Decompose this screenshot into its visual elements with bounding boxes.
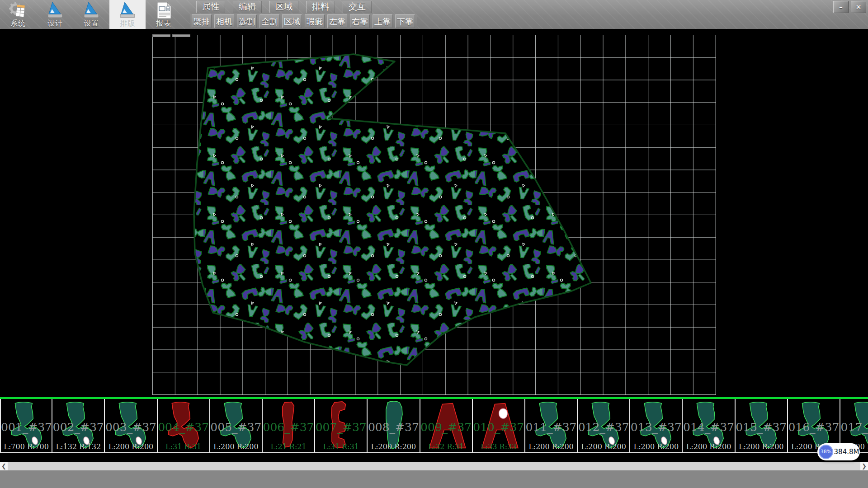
menu-tab-interact[interactable]: 交互: [343, 1, 372, 13]
app-tab-label: 系统: [0, 19, 36, 28]
tool-cluster-nest[interactable]: 聚排: [192, 14, 212, 28]
part-id: 001_#37: [1, 421, 52, 434]
tool-select-cut[interactable]: 选割: [237, 14, 257, 28]
app-tab-settings[interactable]: 设置: [73, 0, 109, 29]
part-id: 013_#37: [630, 421, 682, 434]
bottom-band: [0, 470, 868, 488]
set-square-icon: [45, 1, 65, 19]
tool-cut-all[interactable]: 全割: [259, 14, 279, 28]
part-thumbnail[interactable]: 010_#37 L:33 R:33: [473, 399, 525, 452]
part-thumbnail[interactable]: 006_#37 L:21 R:21: [263, 399, 315, 452]
part-id: 004_#37: [158, 421, 209, 434]
utilization-percent: 38%: [819, 445, 833, 459]
part-id: 006_#37: [263, 421, 314, 434]
app-tab-design[interactable]: 设计: [37, 0, 73, 29]
part-lr-values: L:200 R:200: [578, 442, 629, 451]
part-id: 015_#37: [736, 421, 787, 434]
part-thumbnail[interactable]: 008_#37 L:200 R:200: [368, 399, 420, 452]
part-thumbnail[interactable]: 004_#37 L:31 R:31: [158, 399, 210, 452]
parts-thumbnail-strip: 001_#37 L:700 R:700 002_#37 L:132 R:132 …: [0, 397, 868, 453]
set-square-icon: [118, 1, 137, 19]
part-lr-values: L:200 R:200: [210, 442, 262, 451]
tool-snap-top[interactable]: 上靠: [373, 14, 392, 28]
minimize-button[interactable]: –: [833, 1, 849, 13]
menu-tab-nest[interactable]: 排料: [306, 1, 335, 13]
set-square-icon: [81, 1, 101, 19]
part-thumbnail[interactable]: 011_#37 L:200 R:200: [525, 399, 578, 452]
part-lr-values: L:32 R:31: [420, 442, 472, 451]
horizontal-scrollbar[interactable]: ❮ ❯: [0, 462, 868, 470]
app-tab-system[interactable]: 系统: [0, 0, 36, 29]
part-id: 017_#37: [840, 421, 868, 434]
part-thumbnail[interactable]: 009_#37 L:32 R:31: [420, 399, 473, 452]
app-tab-label: 设计: [37, 19, 73, 28]
app-tab-nesting[interactable]: 排版: [109, 0, 146, 29]
part-id: 003_#37: [105, 421, 156, 434]
part-id: 007_#37: [315, 421, 367, 434]
app-tab-report[interactable]: 报表: [146, 0, 182, 29]
part-lr-values: L:31 R:31: [315, 442, 367, 451]
part-id: 014_#37: [683, 421, 734, 434]
tool-button-row: 聚排 相机 选割 全割 区域 瑕疵 左靠 右靠 上靠 下靠: [190, 14, 417, 28]
part-lr-values: L:33 R:33: [473, 442, 524, 451]
part-lr-values: L:31 R:31: [158, 442, 209, 451]
part-id: 016_#37: [788, 421, 840, 434]
gear-document-icon: [8, 1, 28, 19]
top-toolbar: 系统 设计 设置 排版: [0, 0, 868, 29]
scroll-left-arrow[interactable]: ❮: [0, 462, 8, 470]
tool-snap-right[interactable]: 右靠: [350, 14, 370, 28]
part-thumbnail[interactable]: 003_#37 L:200 R:200: [105, 399, 157, 452]
status-badge: 38% 384.8M: [817, 443, 860, 460]
app-tab-label: 设置: [73, 19, 109, 28]
close-button[interactable]: ✕: [851, 1, 866, 13]
hide-outline: [194, 54, 591, 365]
leather-hide-nested-layout[interactable]: [0, 29, 868, 397]
menu-tab-region[interactable]: 区域: [269, 1, 298, 13]
part-lr-values: L:200 R:200: [630, 442, 682, 451]
part-thumbnail[interactable]: 002_#37 L:132 R:132: [52, 399, 105, 452]
part-lr-values: L:200 R:200: [368, 442, 419, 451]
part-thumbnail[interactable]: 001_#37 L:700 R:700: [0, 399, 52, 452]
part-id: 002_#37: [52, 421, 104, 434]
part-id: 008_#37: [368, 421, 419, 434]
part-lr-values: L:200 R:200: [683, 442, 734, 451]
report-document-icon: [154, 1, 174, 19]
window-controls: – ✕: [833, 1, 866, 13]
tool-snap-bottom[interactable]: 下靠: [395, 14, 415, 28]
part-thumbnail[interactable]: 014_#37 L:200 R:200: [683, 399, 735, 452]
part-id: 010_#37: [473, 421, 524, 434]
scroll-right-arrow[interactable]: ❯: [860, 462, 868, 470]
menu-tab-properties[interactable]: 属性: [196, 1, 225, 13]
memory-usage: 384.8M: [833, 448, 860, 456]
tool-snap-left[interactable]: 左靠: [327, 14, 347, 28]
menu-tab-row: 属性 编辑 区域 排料 交互: [196, 1, 372, 13]
part-lr-values: L:200 R:200: [525, 442, 577, 451]
part-thumbnail[interactable]: 015_#37 L:200 R:200: [736, 399, 788, 452]
part-id: 012_#37: [578, 421, 629, 434]
part-id: 005_#37: [210, 421, 262, 434]
part-thumbnail[interactable]: 012_#37 L:200 R:200: [578, 399, 630, 452]
part-lr-values: L:21 R:21: [263, 442, 314, 451]
menu-tab-edit[interactable]: 编辑: [233, 1, 262, 13]
tool-region[interactable]: 区域: [282, 14, 302, 28]
tool-defect[interactable]: 瑕疵: [305, 14, 325, 28]
app-tab-label: 报表: [146, 19, 182, 28]
part-thumbnail[interactable]: 005_#37 L:200 R:200: [210, 399, 263, 452]
part-lr-values: L:200 R:200: [736, 442, 787, 451]
part-lr-values: L:200 R:200: [105, 442, 156, 451]
part-thumbnail[interactable]: 013_#37 L:200 R:200: [630, 399, 683, 452]
part-thumbnail[interactable]: 007_#37 L:31 R:31: [315, 399, 368, 452]
part-id: 009_#37: [420, 421, 472, 434]
tool-camera[interactable]: 相机: [214, 14, 234, 28]
part-id: 011_#37: [525, 421, 577, 434]
nesting-canvas[interactable]: [0, 29, 868, 397]
app-tab-label: 排版: [109, 19, 146, 28]
part-lr-values: L:132 R:132: [52, 442, 104, 451]
part-lr-values: L:700 R:700: [1, 442, 52, 451]
